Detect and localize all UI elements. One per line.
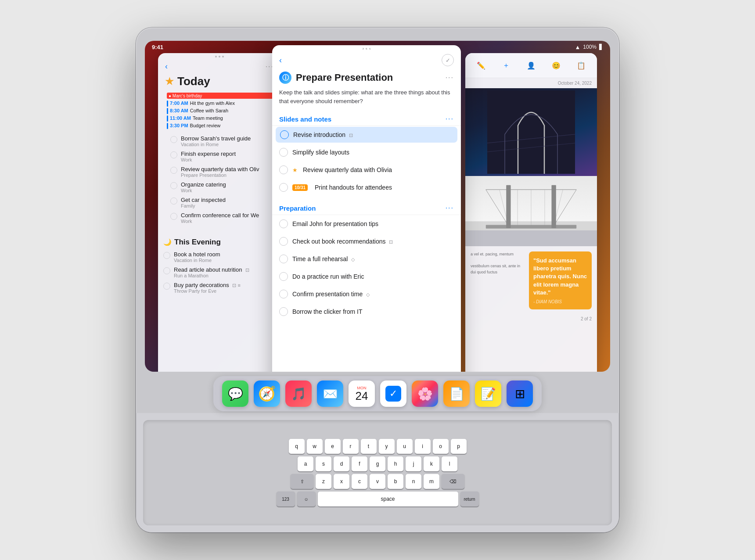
prepare-back-button[interactable]: ‹ bbox=[279, 56, 282, 65]
dock-calendar-icon[interactable]: MON 24 bbox=[349, 381, 375, 407]
dock-splitview-icon[interactable]: ⊞ bbox=[507, 381, 533, 407]
dock-photos-icon[interactable]: 🌸 bbox=[412, 381, 438, 407]
dock: 💬 🧭 🎵 ✉️ MON 24 ✓ 🌸 📄 bbox=[213, 376, 542, 411]
key-k[interactable]: k bbox=[424, 456, 439, 471]
key-p[interactable]: p bbox=[451, 439, 467, 454]
person-icon[interactable]: 👤 bbox=[524, 58, 538, 72]
key-r[interactable]: r bbox=[343, 439, 359, 454]
bookmark-icon[interactable]: 📋 bbox=[574, 58, 588, 72]
key-l[interactable]: l bbox=[442, 456, 457, 471]
task-checkbox[interactable] bbox=[170, 136, 177, 143]
task-checkbox[interactable] bbox=[279, 237, 288, 246]
key-m[interactable]: m bbox=[424, 474, 439, 489]
key-j[interactable]: j bbox=[406, 456, 421, 471]
key-space[interactable]: space bbox=[318, 492, 458, 506]
task-borrow-clicker[interactable]: Borrow the clicker from IT bbox=[272, 303, 461, 320]
task-checkbox[interactable] bbox=[163, 267, 170, 274]
task-confirm-time[interactable]: Confirm presentation time ◇ bbox=[272, 285, 461, 303]
key-d[interactable]: d bbox=[334, 456, 349, 471]
pencil-icon[interactable]: ✏️ bbox=[474, 58, 488, 72]
key-return[interactable]: return bbox=[460, 492, 479, 506]
task-check-book[interactable]: Check out book recommendations ⊡ bbox=[272, 233, 461, 250]
notes-icon: 📝 bbox=[481, 387, 496, 401]
reminders-back-button[interactable]: ‹ bbox=[165, 62, 168, 71]
key-emoji[interactable]: ☺ bbox=[297, 492, 316, 506]
task-checkbox[interactable] bbox=[279, 255, 288, 263]
list-item[interactable]: Get car inspected Family bbox=[169, 195, 270, 210]
task-simplify-slides[interactable]: Simplify slide layouts bbox=[272, 144, 461, 161]
task-checkbox[interactable] bbox=[279, 183, 288, 192]
key-z[interactable]: z bbox=[316, 474, 331, 489]
key-t[interactable]: t bbox=[361, 439, 377, 454]
list-item[interactable]: Borrow Sarah's travel guide Vacation in … bbox=[169, 133, 270, 149]
add-icon[interactable]: ＋ bbox=[499, 58, 513, 72]
dock-music-icon[interactable]: 🎵 bbox=[285, 381, 312, 407]
task-email-john[interactable]: Email John for presentation tips bbox=[272, 215, 461, 233]
key-h[interactable]: h bbox=[388, 456, 403, 471]
prepare-panel: ‹ ✓ ⓘ Prepare Presentation ··· Keep the … bbox=[272, 45, 461, 372]
task-label: Time a full rehearsal ◇ bbox=[292, 255, 454, 262]
task-checkbox[interactable] bbox=[279, 307, 288, 316]
key-q[interactable]: q bbox=[289, 439, 305, 454]
list-item[interactable]: Confirm conference call for We Work bbox=[169, 210, 270, 226]
task-checkbox[interactable] bbox=[280, 130, 289, 139]
docs-quote-section: a vel et. pacing, mentum vestibulum cena… bbox=[465, 246, 597, 315]
dock-safari-icon[interactable]: 🧭 bbox=[254, 381, 280, 407]
key-u[interactable]: u bbox=[397, 439, 413, 454]
list-item[interactable]: Finish expense report Work bbox=[169, 149, 270, 164]
list-item[interactable]: Buy party decorations ⊡ ≡ Throw Party fo… bbox=[162, 280, 277, 295]
key-s[interactable]: s bbox=[316, 456, 331, 471]
key-c[interactable]: c bbox=[352, 474, 367, 489]
prepare-more-button[interactable]: ··· bbox=[446, 74, 454, 82]
dock-mail-icon[interactable]: ✉️ bbox=[317, 381, 343, 407]
slides-more-button[interactable]: ··· bbox=[446, 115, 454, 123]
task-checkbox[interactable] bbox=[170, 151, 177, 158]
key-a[interactable]: a bbox=[298, 456, 313, 471]
task-checkbox[interactable] bbox=[170, 213, 177, 220]
key-y[interactable]: y bbox=[379, 439, 395, 454]
key-n[interactable]: n bbox=[406, 474, 421, 489]
key-g[interactable]: g bbox=[370, 456, 385, 471]
task-checkbox[interactable] bbox=[279, 148, 288, 157]
key-123[interactable]: 123 bbox=[277, 492, 295, 506]
dock-notes-icon[interactable]: 📝 bbox=[475, 381, 501, 407]
key-shift[interactable]: ⇧ bbox=[291, 474, 313, 489]
key-i[interactable]: i bbox=[415, 439, 431, 454]
task-checkbox[interactable] bbox=[163, 283, 170, 290]
this-evening-label: This Evening bbox=[174, 238, 221, 247]
key-b[interactable]: b bbox=[388, 474, 403, 489]
key-w[interactable]: w bbox=[307, 439, 323, 454]
ipad-device: 9:41 Mon Jun 22 ▲ 100% ▋ ‹ ··· ★ bbox=[136, 28, 619, 532]
task-checkbox[interactable] bbox=[170, 182, 177, 189]
list-item[interactable]: Book a hotel room Vacation in Rome bbox=[162, 249, 277, 265]
task-revise-introduction[interactable]: Revise introduction ⊡ bbox=[276, 127, 457, 143]
list-item[interactable]: Read article about nutrition ⊡ Run a Mar… bbox=[162, 265, 277, 280]
emoji-icon[interactable]: 😊 bbox=[549, 58, 563, 72]
key-e[interactable]: e bbox=[325, 439, 341, 454]
task-checkbox[interactable] bbox=[279, 272, 288, 281]
key-delete[interactable]: ⌫ bbox=[442, 474, 464, 489]
task-practice-eric[interactable]: Do a practice run with Eric bbox=[272, 268, 461, 285]
task-checkbox[interactable] bbox=[279, 165, 288, 174]
dock-messages-icon[interactable]: 💬 bbox=[222, 381, 248, 407]
slides-section-title: Slides and notes bbox=[279, 115, 331, 123]
dock-reminders-icon[interactable]: ✓ bbox=[380, 381, 406, 407]
docs-side-text: a vel et. pacing, mentum vestibulum cena… bbox=[471, 251, 525, 309]
task-checkbox[interactable] bbox=[279, 290, 288, 298]
key-x[interactable]: x bbox=[334, 474, 349, 489]
list-item[interactable]: Organize catering Work bbox=[169, 179, 270, 195]
task-time-rehearsal[interactable]: Time a full rehearsal ◇ bbox=[272, 250, 461, 268]
list-item[interactable]: Review quarterly data with Oliv Prepare … bbox=[169, 164, 270, 179]
key-o[interactable]: o bbox=[433, 439, 449, 454]
task-checkbox[interactable] bbox=[279, 219, 288, 228]
task-review-quarterly[interactable]: ★ Review quarterly data with Olivia bbox=[272, 161, 461, 179]
task-checkbox[interactable] bbox=[170, 197, 177, 205]
preparation-more-button[interactable]: ··· bbox=[446, 204, 454, 212]
key-f[interactable]: f bbox=[352, 456, 367, 471]
prepare-done-button[interactable]: ✓ bbox=[442, 54, 454, 66]
key-v[interactable]: v bbox=[370, 474, 385, 489]
dock-pages-icon[interactable]: 📄 bbox=[443, 381, 470, 407]
task-print-handouts[interactable]: 10/31 Print handouts for attendees bbox=[272, 179, 461, 196]
task-checkbox[interactable] bbox=[163, 252, 170, 259]
task-checkbox[interactable] bbox=[170, 167, 177, 174]
